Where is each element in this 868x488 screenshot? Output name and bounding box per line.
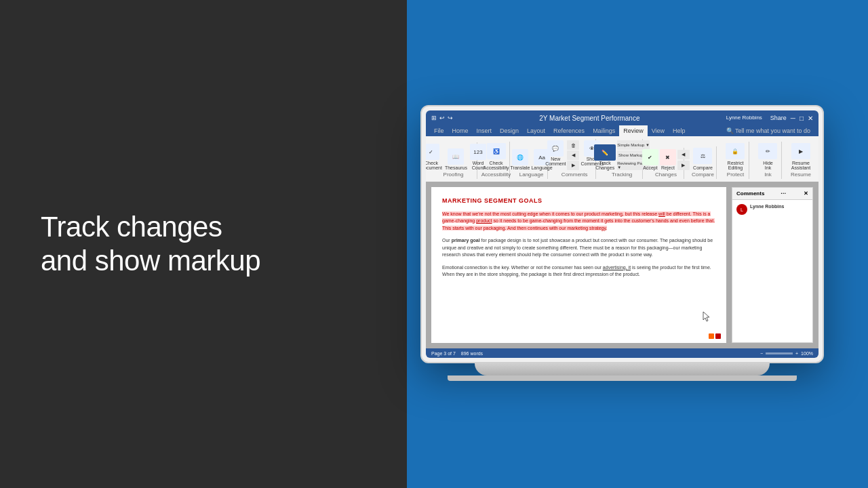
ribbon-label-tracking: Tracking <box>612 171 632 178</box>
laptop-stand <box>475 363 770 375</box>
btn-next-comment[interactable]: ▶ <box>567 161 579 170</box>
ribbon-group-proofing: ✓ CheckDocument 📖 Thesaurus 123 WordCoun… <box>430 142 477 179</box>
btn-accept[interactable]: ✔ <box>642 149 658 165</box>
titlebar-undo[interactable]: ↩ <box>439 115 445 121</box>
titlebar-icon: ⊞ <box>431 115 437 121</box>
ribbon-group-tracking: ✏️ TrackChanges Simple Markup ▼ Show Mar… <box>601 139 643 179</box>
titlebar-redo[interactable]: ↪ <box>448 115 453 121</box>
titlebar-minimize[interactable]: ─ <box>791 115 795 122</box>
monitor-frame: ⊞ ↩ ↪ 2Y Market Segment Performance Lynn… <box>420 105 824 363</box>
statusbar-zoom-out[interactable]: − <box>760 351 763 356</box>
titlebar-close[interactable]: ✕ <box>808 115 813 122</box>
btn-previous-change[interactable]: ◀ <box>677 150 690 159</box>
btn-delete-comment[interactable]: 🗑 <box>567 140 579 150</box>
ribbon-label-ink: Ink <box>764 171 772 178</box>
headline-line2: and show markup <box>41 244 260 278</box>
doc-icon-red <box>715 333 721 339</box>
statusbar-zoom-bar <box>766 352 793 354</box>
btn-translate[interactable]: 🌐 <box>512 149 528 165</box>
btn-track-changes[interactable]: ✏️ <box>594 144 616 161</box>
comments-header: Comments ⋯ ✕ <box>732 188 812 200</box>
paragraph-1: We know that we're not the most cutting … <box>442 211 715 232</box>
ribbon-tabs: File Home Insert Design Layout Reference… <box>426 125 818 136</box>
ribbon-group-resume: ▶ ResumeAssistant Resume <box>787 142 814 179</box>
ribbon-group-ink: ✏ HideInk Ink <box>755 142 782 179</box>
tab-home[interactable]: Home <box>448 125 473 136</box>
document-area: MARKETING SEGMENT GOALS We know that we'… <box>426 182 818 348</box>
comments-panel: Comments ⋯ ✕ L Lynne Robbins <box>732 187 813 343</box>
tab-file[interactable]: File <box>430 125 448 136</box>
btn-next-change[interactable]: ▶ <box>677 161 690 170</box>
statusbar-page: Page 3 of 7 <box>431 351 456 356</box>
ribbon-group-comments: 💬 NewComment 🗑 ◀ ▶ 👁 ShowComments <box>553 139 596 179</box>
comment-author: Lynne Robbins <box>750 204 784 209</box>
tracked-change-text: We know that we're not the most cutting … <box>442 211 715 230</box>
ribbon-group-accessibility: ♿ CheckAccessibility Accessibility <box>483 142 510 179</box>
paragraph-3: Emotional connection is the key. Whether… <box>442 264 715 279</box>
comments-options[interactable]: ⋯ <box>781 190 786 197</box>
ribbon-label-resume: Resume <box>791 171 811 178</box>
tab-insert[interactable]: Insert <box>473 125 496 136</box>
tab-references[interactable]: References <box>549 125 589 136</box>
btn-accessibility[interactable]: ♿ <box>487 143 506 159</box>
doc-icon-orange <box>709 333 714 339</box>
comment-item: L Lynne Robbins <box>732 200 812 219</box>
ribbon-label-accessibility: Accessibility <box>481 171 511 178</box>
word-titlebar: ⊞ ↩ ↪ 2Y Market Segment Performance Lynn… <box>426 110 818 125</box>
btn-previous-comment[interactable]: ◀ <box>567 150 579 160</box>
comments-title: Comments <box>736 190 764 197</box>
ribbon-group-language: 🌐 Translate Aa Language Language <box>515 148 548 179</box>
btn-compare[interactable]: ⚖ <box>693 148 712 164</box>
ribbon-label-compare: Compare <box>692 171 714 178</box>
btn-new-comment[interactable]: 💬 <box>547 140 564 157</box>
btn-simple-markup[interactable]: Simple Markup ▼ <box>617 140 650 150</box>
word-statusbar: Page 3 of 7 896 words − + 100% <box>426 348 818 358</box>
tab-layout[interactable]: Layout <box>523 125 549 136</box>
right-panel: ⊞ ↩ ↪ 2Y Market Segment Performance Lynn… <box>407 0 868 488</box>
document-page[interactable]: MARKETING SEGMENT GOALS We know that we'… <box>431 187 726 343</box>
tab-help[interactable]: Help <box>669 125 690 136</box>
ribbon-group-changes: ✔ Accept ✖ Reject ◀ ▶ <box>648 148 684 179</box>
titlebar-maximize[interactable]: □ <box>800 115 804 122</box>
titlebar-share[interactable]: Share <box>770 115 787 122</box>
statusbar-zoom-in[interactable]: + <box>795 351 798 356</box>
titlebar-user: Lynne Robbins <box>726 115 762 122</box>
btn-reject[interactable]: ✖ <box>660 149 676 165</box>
tab-review[interactable]: Review <box>619 125 648 136</box>
ribbon-content: ✓ CheckDocument 📖 Thesaurus 123 WordCoun… <box>426 136 818 182</box>
monitor-screen: ⊞ ↩ ↪ 2Y Market Segment Performance Lynn… <box>426 110 818 358</box>
btn-thesaurus[interactable]: 📖 <box>448 148 464 165</box>
ribbon-label-comments: Comments <box>561 171 588 178</box>
laptop-base <box>448 375 797 381</box>
btn-hide-ink[interactable]: ✏ <box>758 143 777 159</box>
ribbon-group-protect: 🔒 RestrictEditing Protect <box>722 142 749 179</box>
ribbon-label-language: Language <box>519 171 544 178</box>
ribbon-group-compare: ⚖ Compare Compare <box>690 146 717 179</box>
ribbon-label-protect: Protect <box>727 171 744 178</box>
comments-close[interactable]: ✕ <box>804 190 808 197</box>
document-title: MARKETING SEGMENT GOALS <box>442 197 715 205</box>
tab-search[interactable]: 🔍 Tell me what you want to do <box>722 125 814 136</box>
tab-design[interactable]: Design <box>496 125 523 136</box>
headline-line1: Track changes <box>41 210 260 244</box>
btn-resume[interactable]: ▶ <box>791 143 810 159</box>
headline: Track changes and show markup <box>41 210 260 279</box>
btn-restrict-editing[interactable]: 🔒 <box>726 143 745 159</box>
tab-view[interactable]: View <box>648 125 669 136</box>
btn-check-document[interactable]: ✓ <box>426 144 439 160</box>
paragraph-2: Our primary goal for package design is t… <box>442 237 715 259</box>
statusbar-zoom-level: 100% <box>801 351 813 356</box>
tab-mailings[interactable]: Mailings <box>589 125 619 136</box>
left-panel: Track changes and show markup <box>0 0 407 488</box>
statusbar-words: 896 words <box>461 351 483 356</box>
comment-avatar: L <box>736 204 747 215</box>
ribbon-label-proofing: Proofing <box>443 171 464 178</box>
laptop-container: ⊞ ↩ ↪ 2Y Market Segment Performance Lynn… <box>420 105 824 381</box>
cursor-icon <box>702 310 711 323</box>
avatar-initials: L <box>741 207 743 212</box>
titlebar-controls: Lynne Robbins Share ─ □ ✕ <box>726 115 813 122</box>
ribbon-label-changes: Changes <box>655 171 677 178</box>
titlebar-title: 2Y Market Segment Performance <box>453 115 726 122</box>
doc-bottom-icons <box>709 333 721 339</box>
